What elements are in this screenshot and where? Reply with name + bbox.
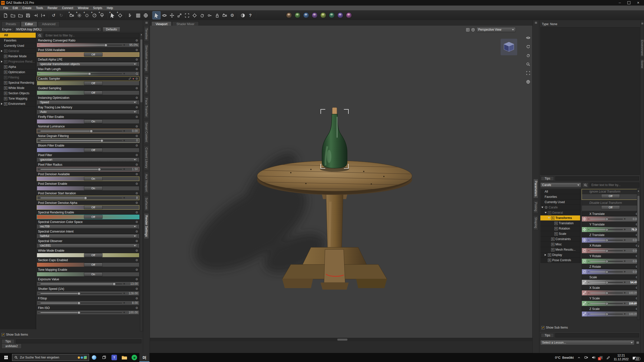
camera-tool-icon[interactable] bbox=[221, 12, 228, 19]
open-recent-icon[interactable] bbox=[17, 12, 24, 19]
tree-item-favorites[interactable]: Favorites bbox=[540, 194, 580, 200]
tree-item-all[interactable]: All bbox=[540, 189, 580, 194]
menu-connect[interactable]: Connect bbox=[60, 6, 75, 10]
create-pointer-icon[interactable] bbox=[109, 12, 116, 19]
panel-menu-icon[interactable] bbox=[641, 22, 644, 25]
save-file-icon[interactable] bbox=[24, 12, 32, 19]
gear-icon[interactable]: ⚙ bbox=[135, 163, 138, 166]
tone-mapping-enable-toggle-button[interactable]: On bbox=[84, 272, 103, 276]
category-favorites[interactable]: Favorites bbox=[0, 38, 36, 43]
create-gauge-icon[interactable] bbox=[91, 12, 98, 19]
grid-view-icon[interactable] bbox=[134, 12, 142, 19]
cortana-button[interactable] bbox=[89, 353, 99, 362]
create-camera-icon[interactable] bbox=[68, 12, 75, 19]
firefly-filter-enable-toggle-button[interactable]: On bbox=[84, 119, 103, 123]
gear-icon[interactable]: ⚙ bbox=[135, 239, 138, 243]
gear-icon[interactable]: ⚙ bbox=[135, 144, 138, 147]
white-mode-enable-toggle-button[interactable]: Off bbox=[84, 253, 103, 257]
category-spectral-rendering[interactable]: G Spectral Rendering bbox=[0, 80, 36, 85]
orbit-camera-icon[interactable] bbox=[526, 36, 530, 40]
panel-menu-icon[interactable] bbox=[145, 21, 148, 24]
nudge-down-icon[interactable]: - bbox=[588, 260, 589, 263]
side-tab-scene[interactable]: Scene bbox=[640, 59, 644, 70]
nudge-up-icon[interactable]: + bbox=[123, 72, 125, 75]
max-path-length-slider[interactable]: - + -1 bbox=[37, 71, 139, 76]
slider-handle[interactable] bbox=[100, 139, 103, 142]
slider-handle[interactable] bbox=[605, 292, 608, 295]
side-tab-environment[interactable]: Environment bbox=[640, 38, 644, 57]
guided-sampling-toggle-button[interactable]: Off bbox=[84, 91, 103, 95]
side-tab-aux-viewport[interactable]: Aux Viewport bbox=[144, 172, 149, 194]
z-translate-slider[interactable]: - + 0.00 bbox=[582, 237, 639, 243]
tips-button[interactable]: Tips bbox=[541, 333, 554, 338]
nudge-up-icon[interactable]: + bbox=[624, 217, 626, 220]
tab-animate2[interactable]: aniMate2 bbox=[2, 343, 22, 349]
nudge-up-icon[interactable]: + bbox=[123, 196, 125, 199]
rotate-camera-icon[interactable] bbox=[526, 44, 530, 49]
nudge-up-icon[interactable]: + bbox=[624, 260, 626, 263]
camera-selector[interactable]: Perspective View bbox=[476, 27, 516, 32]
nudge-up-icon[interactable]: + bbox=[624, 312, 626, 315]
taskbar-app-teams[interactable]: T bbox=[109, 353, 119, 362]
slider-handle[interactable] bbox=[605, 239, 608, 242]
import-file-icon[interactable] bbox=[32, 12, 39, 19]
tree-item-pose-controls[interactable]: GPose Controls bbox=[540, 258, 580, 263]
bloom-filter-enable-toggle-button[interactable]: Off bbox=[84, 148, 103, 152]
z-rotate-slider[interactable]: - + 0.00 bbox=[582, 269, 639, 275]
slider-handle[interactable] bbox=[77, 311, 80, 314]
character-preset-icon-2[interactable] bbox=[295, 12, 301, 18]
maximize-button[interactable] bbox=[627, 1, 630, 4]
default-alpha-lpe-dropdown[interactable]: specular transmission objects bbox=[38, 62, 138, 66]
tree-item-carafe[interactable]: Carafe bbox=[540, 205, 580, 210]
slider-handle[interactable] bbox=[605, 260, 608, 263]
volume-icon[interactable] bbox=[592, 355, 596, 359]
category-currently-used[interactable]: Currently Used bbox=[0, 43, 36, 49]
gear-icon[interactable]: ⚙ bbox=[135, 48, 138, 52]
create-distant-light-icon[interactable] bbox=[75, 12, 83, 19]
scale-slider[interactable]: - + 54.4% bbox=[582, 280, 639, 285]
nudge-down-icon[interactable]: - bbox=[588, 228, 589, 231]
nudge-up-icon[interactable]: + bbox=[123, 129, 125, 132]
z-scale-slider[interactable]: - + 100.0% bbox=[582, 311, 639, 317]
disable-local-transform-toggle-button[interactable]: Off bbox=[601, 205, 620, 209]
slider-handle[interactable] bbox=[605, 313, 608, 316]
undo-icon[interactable]: ↺ bbox=[50, 12, 57, 19]
close-button[interactable]: ✕ bbox=[637, 1, 639, 5]
gear-icon[interactable]: ⚙ bbox=[135, 297, 138, 300]
side-tab-content-library[interactable]: Content Library bbox=[144, 146, 149, 170]
nudge-up-icon[interactable]: + bbox=[624, 228, 626, 231]
category-alpha[interactable]: G Alpha bbox=[0, 64, 36, 70]
category-white-mode[interactable]: G White Mode bbox=[0, 85, 36, 91]
expand-icon[interactable] bbox=[545, 254, 546, 256]
slider-handle[interactable] bbox=[605, 228, 608, 231]
gear-icon[interactable]: ⚙ bbox=[135, 249, 138, 252]
nudge-down-icon[interactable]: - bbox=[588, 249, 589, 252]
nudge-down-icon[interactable]: - bbox=[38, 43, 39, 47]
nudge-down-icon[interactable]: - bbox=[38, 168, 39, 171]
collapse-icon[interactable] bbox=[541, 207, 543, 208]
taskbar-search[interactable]: Zur Suche Text hier eingeben bbox=[12, 354, 89, 361]
gear-icon[interactable]: ⚙ bbox=[135, 278, 138, 281]
post-denoiser-denoise-alpha-toggle-button[interactable]: Off bbox=[84, 205, 103, 209]
nudge-down-icon[interactable]: - bbox=[38, 72, 39, 75]
tab-presets[interactable]: Presets bbox=[2, 21, 20, 27]
slider-handle[interactable] bbox=[77, 292, 80, 295]
side-tab-face-transfer[interactable]: Face Transfer bbox=[144, 96, 149, 119]
gear-icon[interactable]: ⚙ bbox=[135, 153, 138, 157]
tree-item-mesh-resolu-[interactable]: GMesh Resolu... bbox=[540, 247, 580, 252]
tips-button[interactable]: Tips bbox=[2, 339, 15, 344]
y-rotate-slider[interactable]: - + 0.00 bbox=[582, 258, 639, 264]
film-iso-slider[interactable]: - + 100.00 bbox=[37, 310, 139, 315]
export-file-icon[interactable] bbox=[39, 12, 47, 19]
rendering-converged-ratio-slider[interactable]: - + 95.0% bbox=[37, 43, 139, 47]
character-preset-icon-8[interactable] bbox=[346, 12, 352, 18]
new-document-icon[interactable] bbox=[2, 12, 9, 19]
instancing-optimization-dropdown[interactable]: Speed bbox=[38, 100, 138, 104]
slider-handle[interactable] bbox=[605, 218, 608, 221]
lesson-menu-icon[interactable] bbox=[636, 341, 639, 344]
node-selector[interactable]: Carafe bbox=[540, 183, 581, 188]
tree-item-display[interactable]: GDisplay bbox=[540, 252, 580, 258]
nudge-down-icon[interactable]: - bbox=[588, 239, 589, 242]
nudge-up-icon[interactable]: + bbox=[123, 139, 125, 142]
list-view-icon[interactable] bbox=[127, 12, 134, 19]
